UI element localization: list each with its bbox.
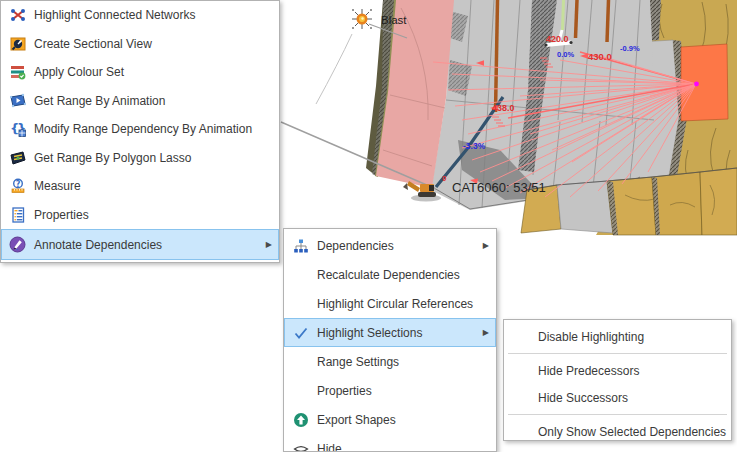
menu-item-modify-range-dependency-by-animation[interactable]: { } Modify Range Dependency By Animation	[1, 115, 279, 144]
submenu-arrow-icon: ▶	[266, 240, 272, 249]
menu-item-label: Recalculate Dependencies	[317, 268, 460, 282]
menu-item-label: Hide Predecessors	[538, 364, 639, 378]
menu-separator	[508, 414, 727, 415]
menu-item-label: Get Range By Animation	[34, 94, 165, 108]
colour-set-icon	[7, 64, 28, 80]
menu-item-label: Properties	[34, 208, 89, 222]
menu-item-label: Modify Range Dependency By Animation	[34, 122, 252, 136]
context-menu: Highlight Connected Networks Create Sect…	[0, 0, 280, 263]
menu-item-label: Create Sectional View	[34, 37, 152, 51]
menu-separator	[508, 353, 727, 354]
menu-item-hide-predecessors[interactable]: Hide Predecessors	[504, 357, 731, 384]
svg-text:?: ?	[15, 180, 20, 189]
menu-item-label: Properties	[317, 384, 372, 398]
menu-item-create-sectional-view[interactable]: Create Sectional View	[1, 30, 279, 59]
menu-item-hide[interactable]: Hide	[284, 434, 496, 452]
dependencies-tree-icon	[290, 238, 311, 254]
grade-neg33-label: -3.3%	[463, 141, 486, 151]
menu-item-range-settings[interactable]: Range Settings	[284, 347, 496, 376]
menu-item-label: Highlight Selections	[317, 326, 422, 340]
measure-icon: ?	[7, 178, 28, 194]
modify-range-dependency-icon: { }	[7, 121, 28, 137]
menu-item-label: Apply Colour Set	[34, 65, 124, 79]
polygon-lasso-icon	[7, 150, 28, 166]
menu-item-label: Annotate Dependencies	[34, 238, 162, 252]
sectional-view-icon	[7, 36, 28, 52]
menu-item-apply-colour-set[interactable]: Apply Colour Set	[1, 58, 279, 87]
menu-item-label: Dependencies	[317, 239, 394, 253]
menu-item-label: Hide Successors	[538, 391, 628, 405]
menu-item-highlight-selections[interactable]: Highlight Selections ▶	[284, 318, 496, 347]
dependency-origin-point[interactable]	[694, 82, 699, 87]
export-shapes-icon	[290, 412, 311, 428]
menu-item-label: Range Settings	[317, 355, 399, 369]
elev-430-label: 430.0	[588, 51, 612, 62]
equipment-label: CAT6060: 53/51	[452, 180, 546, 195]
properties-icon	[7, 207, 28, 223]
menu-item-properties[interactable]: Properties	[1, 201, 279, 230]
menu-item-annotate-dependencies[interactable]: Annotate Dependencies ▶	[1, 229, 279, 260]
menu-item-label: Get Range By Polygon Lasso	[34, 151, 191, 165]
menu-item-label: Hide	[317, 442, 342, 452]
menu-item-label: Highlight Connected Networks	[34, 8, 195, 22]
highlight-selections-submenu: Disable Highlighting Hide Predecessors H…	[503, 319, 732, 441]
menu-item-highlight-circular-references[interactable]: Highlight Circular References	[284, 289, 496, 318]
grade-neg09-label: -0.9%	[620, 44, 640, 53]
grade-00-label: 0.0%	[557, 50, 574, 59]
marker-zero-label: 0	[442, 174, 447, 183]
elev-438-label: 438.0	[492, 103, 515, 113]
menu-item-hide-successors[interactable]: Hide Successors	[504, 384, 731, 411]
application-window: Blast CAT6060: 53/51 0 430.0 420.0 438.0…	[0, 0, 737, 452]
menu-item-recalculate-dependencies[interactable]: Recalculate Dependencies	[284, 260, 496, 289]
submenu-arrow-icon: ▶	[483, 328, 489, 337]
menu-item-get-range-by-animation[interactable]: Get Range By Animation	[1, 87, 279, 116]
blast-label: Blast	[381, 14, 407, 26]
annotate-dependencies-icon	[7, 236, 28, 253]
connected-networks-icon	[7, 7, 28, 23]
menu-item-properties-submenu[interactable]: Properties	[284, 376, 496, 405]
hide-eye-icon	[290, 441, 311, 452]
menu-item-dependencies[interactable]: Dependencies ▶	[284, 231, 496, 260]
menu-item-label: Export Shapes	[317, 413, 396, 427]
menu-item-only-show-selected-dependencies[interactable]: Only Show Selected Dependencies	[504, 418, 731, 445]
menu-item-measure[interactable]: ? Measure	[1, 172, 279, 201]
menu-item-disable-highlighting[interactable]: Disable Highlighting	[504, 323, 731, 350]
elev-420-label: 420.0	[546, 34, 569, 44]
checkmark-icon	[290, 325, 311, 341]
menu-item-get-range-by-polygon-lasso[interactable]: Get Range By Polygon Lasso	[1, 144, 279, 173]
submenu-arrow-icon: ▶	[483, 241, 489, 250]
menu-item-export-shapes[interactable]: Export Shapes	[284, 405, 496, 434]
menu-item-highlight-connected-networks[interactable]: Highlight Connected Networks	[1, 1, 279, 30]
range-animation-icon	[7, 93, 28, 109]
menu-item-label: Only Show Selected Dependencies	[538, 425, 726, 439]
annotate-dependencies-submenu: Dependencies ▶ Recalculate Dependencies …	[283, 228, 497, 452]
menu-item-label: Disable Highlighting	[538, 330, 644, 344]
menu-item-label: Highlight Circular References	[317, 297, 473, 311]
blast-icon[interactable]	[352, 9, 372, 29]
menu-item-label: Measure	[34, 179, 81, 193]
